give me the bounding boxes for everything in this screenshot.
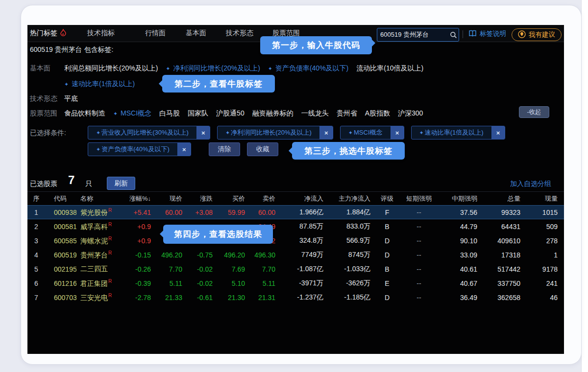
cell-rating: B (374, 265, 400, 273)
filter-tag[interactable]: 利润总额同比增长(20%及以上) (64, 64, 158, 73)
tab-1[interactable]: 热门标签 (30, 25, 67, 42)
cell-change-pct: -2.78 (120, 294, 155, 302)
condition-chip[interactable]: ✦ 营业收入同比增长(30%及以上)× (88, 126, 210, 140)
tab-5[interactable]: 技术形态 (226, 25, 253, 42)
condition-chip-row: ✦ 资产负债率(40%及以下)× (88, 142, 191, 156)
tooltip-step4-text: 第四步，查看选股结果 (174, 229, 262, 240)
cell-change-pct: -0.39 (120, 279, 155, 287)
cell-volume: 99323 (481, 209, 524, 216)
table-header-row: 序代码名称涨幅%↓现价涨跌买价卖价净流入主力净流入评级短期强弱中期强弱总量现量 (27, 191, 564, 205)
col-header-change-pct[interactable]: 涨幅%↓ (120, 194, 155, 203)
table-row[interactable]: 4600519贵州茅台R-0.15496.20-0.75496.20496.30… (27, 248, 564, 262)
collapse-button[interactable]: -收起 (519, 106, 549, 118)
col-header-short-term[interactable]: 短期强弱 (400, 194, 438, 203)
condition-chip[interactable]: ✦ 速动比率(1倍及以上)× (411, 126, 505, 140)
cell-current-volume: 1015 (524, 209, 562, 216)
condition-chip[interactable]: ✦ MSCI概念× (340, 126, 404, 140)
tab-3[interactable]: 行情面 (145, 25, 166, 42)
favorite-button[interactable]: 收藏 (247, 142, 278, 156)
table-row[interactable]: 3600585海螺水泥R+0.924.82324.8万566.9万D--90.1… (27, 233, 564, 248)
cell-code: 600703 (45, 294, 76, 302)
refresh-button[interactable]: 刷新 (107, 177, 135, 190)
table-row[interactable]: 2000581威孚高科R+0.924.4987.85万833.0万B--44.7… (27, 219, 564, 233)
search-icon[interactable] (448, 31, 459, 39)
suggestion-button[interactable]: 我有建议 (512, 28, 562, 41)
condition-chip[interactable]: ✦ 净利润同比增长(20%及以上)× (217, 126, 333, 140)
col-header-main-net-inflow[interactable]: 主力净流入 (327, 194, 374, 203)
filter-tag[interactable]: 贵州省 (337, 109, 357, 118)
col-header-mid-term[interactable]: 中期强弱 (438, 194, 481, 203)
clear-button[interactable]: 清除 (209, 142, 240, 156)
filter-tag[interactable]: ✦ MSCI概念 (113, 109, 151, 118)
col-header-rating[interactable]: 评级 (374, 194, 400, 203)
cell-bid: 5.10 (217, 279, 249, 287)
col-header-net-inflow[interactable]: 净流入 (279, 194, 327, 203)
condition-chip-label: ✦ 净利润同比增长(20%及以上) (218, 126, 319, 139)
cell-ask: 60.00 (249, 209, 279, 216)
cell-mid-term: 90.10 (438, 237, 481, 245)
table-body: 1000938紫光股份R+5.4160.00+3.0859.9960.001.9… (27, 205, 564, 304)
cell-main-net-inflow: 1.884亿 (327, 208, 374, 217)
search-input[interactable] (377, 31, 448, 39)
cell-change-pct: +5.41 (120, 209, 155, 216)
cell-change: -0.02 (186, 265, 217, 273)
cell-main-net-inflow: -1.185亿 (327, 293, 374, 302)
filter-tag[interactable]: 白马股 (159, 109, 180, 118)
filter-tag[interactable]: 沪深300 (398, 109, 423, 118)
col-header-name[interactable]: 名称 (76, 194, 120, 203)
chip-close-icon[interactable]: × (319, 126, 333, 139)
cell-ask: 21.31 (249, 294, 279, 302)
cell-name: 紫光股份R (76, 208, 120, 217)
col-header-seq[interactable]: 序 (27, 194, 45, 203)
col-header-volume[interactable]: 总量 (481, 194, 524, 203)
filter-tag[interactable]: 融资融券标的 (252, 109, 294, 118)
bulb-icon (518, 30, 526, 40)
chip-close-icon[interactable]: × (177, 143, 191, 156)
filter-tag[interactable]: 流动比率(10倍及以上) (356, 64, 423, 73)
table-row[interactable]: 5002195二三四五-0.267.70-0.027.697.70-1.087亿… (27, 262, 564, 276)
cell-change: +3.08 (186, 209, 217, 216)
page-scroll-strip[interactable] (581, 0, 588, 372)
filter-tag[interactable]: 食品饮料制造 (64, 109, 105, 118)
col-header-price[interactable]: 现价 (155, 194, 186, 203)
table-row[interactable]: 7600703三安光电R-2.7821.33-0.6121.3021.31-1.… (27, 290, 564, 304)
cell-net-inflow: 1.966亿 (279, 208, 327, 217)
cell-name: 二三四五 (76, 265, 120, 274)
col-header-current-volume[interactable]: 现量 (524, 194, 562, 203)
stock-search-box[interactable] (377, 28, 459, 42)
tag-help-label: 标签说明 (480, 29, 506, 38)
filter-tag[interactable]: ✦ 资产负债率(40%及以下) (268, 64, 348, 73)
condition-chip-row: ✦ 营业收入同比增长(30%及以上)×✦ 净利润同比增长(20%及以上)×✦ M… (88, 126, 505, 140)
chip-close-icon[interactable]: × (196, 126, 210, 139)
filter-tag[interactable]: 平底 (64, 94, 78, 103)
filter-tag[interactable]: 一线龙头 (301, 109, 329, 118)
chip-close-icon[interactable]: × (391, 126, 404, 139)
filter-tag[interactable]: ✦ 速动比率(1倍及以上) (64, 80, 135, 89)
filter-tag[interactable]: 国家队 (188, 109, 208, 118)
tab-4[interactable]: 基本面 (186, 25, 206, 42)
tab-2[interactable]: 技术指标 (87, 25, 115, 42)
tag-help-button[interactable]: 标签说明 (468, 29, 506, 38)
filter-tag[interactable]: A股指数 (365, 109, 390, 118)
col-header-ask[interactable]: 卖价 (249, 194, 279, 203)
chip-close-icon[interactable]: × (491, 126, 505, 139)
star-icon: ✦ (166, 66, 170, 71)
cell-ask: 7.70 (249, 265, 279, 273)
filter-tag[interactable]: ✦ 净利润同比增长(20%及以上) (166, 64, 260, 73)
cell-name: 三安光电R (76, 293, 120, 302)
table-row[interactable]: 6601216君正集团R-0.395.11-0.025.105.11-3971万… (27, 276, 564, 290)
cell-mid-term: 40.61 (438, 265, 481, 273)
col-header-bid[interactable]: 买价 (217, 194, 249, 203)
tooltip-step2-text: 第二步，查看牛股标签 (174, 78, 263, 90)
col-header-change[interactable]: 涨跌 (186, 194, 217, 203)
add-to-group-link[interactable]: 加入自选分组 (510, 180, 551, 188)
table-row[interactable]: 1000938紫光股份R+5.4160.00+3.0859.9960.001.9… (27, 205, 564, 219)
condition-chip[interactable]: ✦ 资产负债率(40%及以下)× (88, 142, 191, 156)
filter-tag[interactable]: 沪股通50 (216, 109, 245, 118)
star-icon: ✦ (348, 130, 353, 136)
cell-main-net-inflow: -3626万 (327, 279, 374, 288)
tooltip-step4: 第四步，查看选股结果 (163, 225, 273, 244)
col-header-code[interactable]: 代码 (45, 194, 76, 203)
cell-short-term: -- (400, 265, 438, 273)
cell-main-net-inflow: 566.9万 (327, 236, 374, 245)
